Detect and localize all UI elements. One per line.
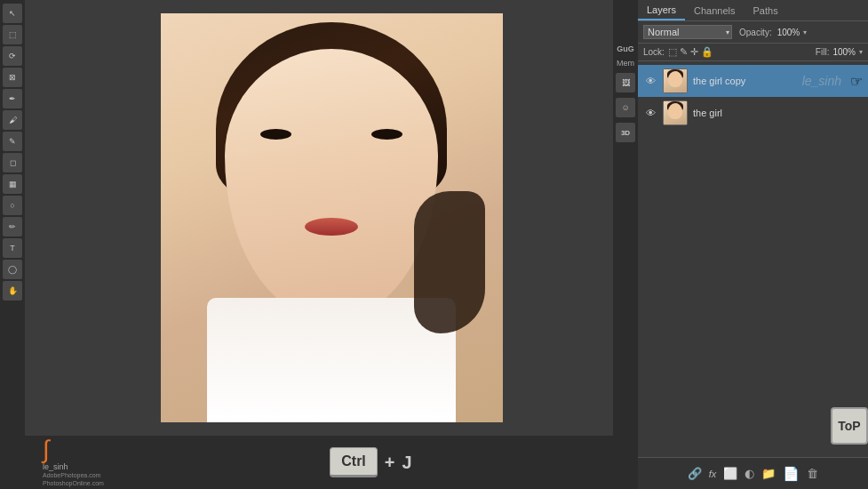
- canvas-area: [25, 0, 638, 436]
- face-canvas: [161, 13, 503, 422]
- tool-crop[interactable]: ⊠: [3, 68, 22, 87]
- tool-shape[interactable]: ◯: [3, 260, 22, 279]
- link-layers-icon[interactable]: 🔗: [688, 467, 702, 480]
- new-layer-icon[interactable]: 📄: [783, 466, 800, 482]
- right-tool-smiley[interactable]: ☺: [616, 98, 635, 117]
- thumb-face-girl: [668, 103, 682, 119]
- bottom-bar: ∫ le_sinh AdobePhotopea.comPhotoshopOnli…: [25, 436, 638, 489]
- tab-channels[interactable]: Channels: [685, 2, 744, 20]
- thumb-img-girl-copy: [664, 69, 687, 92]
- right-tool-3d[interactable]: 3D: [616, 123, 635, 142]
- top-badge[interactable]: ToP: [831, 407, 868, 445]
- tool-hand[interactable]: ✋: [3, 281, 22, 301]
- blend-opacity-row: Normal Dissolve Multiply Screen Overlay …: [638, 21, 868, 44]
- photo-frame: [161, 13, 503, 422]
- lock-label: Lock:: [643, 47, 665, 57]
- lock-move-icon[interactable]: ✎: [680, 46, 688, 58]
- tab-layers[interactable]: Layers: [638, 1, 685, 20]
- lock-pixels-icon[interactable]: ⬚: [668, 46, 677, 58]
- tool-move[interactable]: ↖: [3, 4, 22, 23]
- layer-item-girl[interactable]: 👁 the girl: [638, 97, 868, 129]
- layers-header: Layers Channels Paths: [638, 0, 868, 21]
- layers-list: 👁 the girl copy le_sinh ☞ 👁 the girl: [638, 61, 868, 132]
- layer-name-girl: the girl: [693, 108, 863, 118]
- logo-area: ∫ le_sinh AdobePhotopea.comPhotoshopOnli…: [43, 437, 104, 487]
- thumb-img-girl: [664, 101, 687, 124]
- key-plus-symbol: +: [385, 453, 395, 473]
- tool-dodge[interactable]: ○: [3, 196, 22, 215]
- lock-row: Lock: ⬚ ✎ ✛ 🔒 Fill: 100% ▾: [638, 44, 868, 61]
- tool-eyedrop[interactable]: ✒: [3, 89, 22, 108]
- thumb-face-girl-copy: [668, 71, 682, 87]
- key-j-letter: J: [402, 453, 412, 473]
- fill-label: Fill:: [816, 47, 830, 57]
- logo-subtext: AdobePhotopea.comPhotoshopOnline.com: [43, 471, 104, 487]
- tab-paths[interactable]: Paths: [745, 2, 787, 20]
- right-sidebar: GuG Mem 🖼 ☺ 3D: [613, 0, 638, 436]
- tool-brush[interactable]: 🖌: [3, 110, 22, 130]
- keyboard-shortcut: Ctrl + J: [330, 447, 411, 477]
- key-ctrl: Ctrl: [330, 447, 378, 477]
- lock-position-icon[interactable]: ✛: [690, 46, 698, 58]
- right-tool-img[interactable]: 🖼: [616, 73, 635, 92]
- fx-icon[interactable]: fx: [709, 469, 717, 479]
- new-group-icon[interactable]: 📁: [761, 467, 776, 480]
- opacity-value[interactable]: 100%: [777, 28, 800, 37]
- tool-lasso[interactable]: ⟳: [3, 46, 22, 66]
- fill-value[interactable]: 100%: [832, 47, 856, 57]
- blend-mode-select[interactable]: Normal Dissolve Multiply Screen Overlay …: [643, 25, 732, 39]
- right-sidebar-gug: GuG: [617, 44, 634, 53]
- lock-icon-group: ⬚ ✎ ✛ 🔒: [668, 46, 713, 58]
- tool-type[interactable]: T: [3, 238, 22, 258]
- add-mask-icon[interactable]: ⬜: [723, 467, 737, 480]
- tool-clone[interactable]: ✎: [3, 132, 22, 151]
- watermark-le-sinh: le_sinh: [802, 74, 841, 88]
- opacity-arrow-icon[interactable]: ▾: [803, 28, 807, 36]
- left-toolbar: ↖ ⬚ ⟳ ⊠ ✒ 🖌 ✎ ◻ ▦ ○ ✏ T ◯ ✋: [0, 0, 25, 489]
- delete-layer-icon[interactable]: 🗑: [807, 467, 818, 480]
- layer-name-girl-copy: the girl copy: [693, 76, 793, 86]
- eye-visibility-girl[interactable]: 👁: [643, 108, 657, 118]
- layer-thumb-girl: [663, 100, 688, 125]
- tool-eraser[interactable]: ◻: [3, 153, 22, 172]
- tool-pen[interactable]: ✏: [3, 217, 22, 236]
- cursor-hand-icon: ☞: [850, 73, 863, 90]
- layer-thumb-girl-copy: [663, 68, 688, 93]
- logo-swoosh-icon: ∫: [43, 437, 50, 462]
- tool-gradient[interactable]: ▦: [3, 174, 22, 194]
- tool-select[interactable]: ⬚: [3, 25, 22, 44]
- adjustment-icon[interactable]: ◐: [745, 467, 754, 480]
- blend-mode-wrapper[interactable]: Normal Dissolve Multiply Screen Overlay …: [643, 25, 732, 39]
- eye-visibility-girl-copy[interactable]: 👁: [643, 76, 657, 86]
- lock-all-icon[interactable]: 🔒: [701, 46, 713, 58]
- right-sidebar-mem: Mem: [617, 59, 634, 68]
- opacity-label: Opacity:: [739, 28, 772, 37]
- layer-item-girl-copy[interactable]: 👁 the girl copy le_sinh ☞: [638, 65, 868, 97]
- panel-bottom: 🔗 fx ⬜ ◐ 📁 📄 🗑: [638, 457, 868, 489]
- fill-arrow-icon[interactable]: ▾: [859, 48, 863, 56]
- logo-name: le_sinh: [43, 462, 68, 471]
